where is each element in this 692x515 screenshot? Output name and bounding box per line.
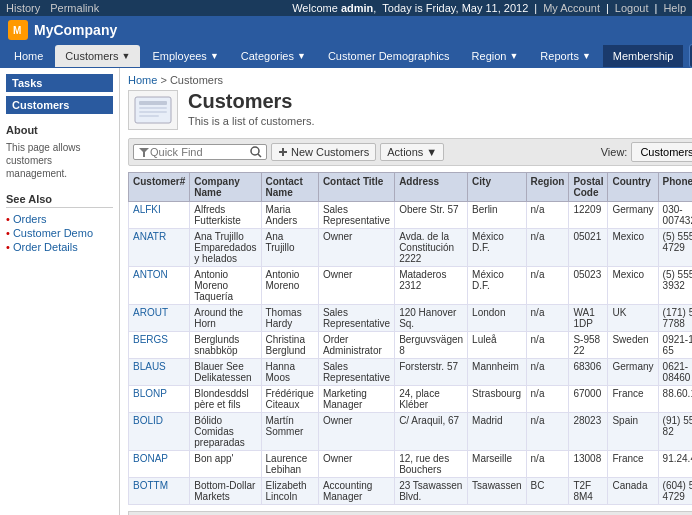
nav-customers-label: Customers (65, 50, 118, 62)
cell-country: UK (608, 305, 658, 332)
customer-id-link[interactable]: BERGS (133, 334, 168, 345)
cell-phone: 0621-08460 (658, 359, 692, 386)
cell-phone: 91.24.45.40 (658, 451, 692, 478)
cell-customer-id: ANTON (129, 267, 190, 305)
sidebar-link-order-details[interactable]: Order Details (6, 240, 113, 254)
cell-company-name: Ana Trujillo Emparedados y helados (190, 229, 261, 267)
cell-region: n/a (526, 202, 569, 229)
sidebar: Tasks Customers About This page allows c… (0, 68, 120, 515)
cell-contact-title: Accounting Manager (318, 478, 394, 505)
cell-postal: 05023 (569, 267, 608, 305)
col-header-country: Country (608, 173, 658, 202)
help-link[interactable]: Help (663, 2, 686, 14)
quick-find-input[interactable] (150, 146, 250, 158)
nav-customer-demographics[interactable]: Customer Demographics (318, 45, 460, 67)
customer-id-link[interactable]: BLAUS (133, 361, 166, 372)
top-bar: History Permalink Welcome admin, Today i… (0, 0, 692, 16)
content-wrapper: Tasks Customers About This page allows c… (0, 68, 692, 515)
cell-contact-title: Owner (318, 229, 394, 267)
cell-company-name: Bólido Comidas preparadas (190, 413, 261, 451)
svg-rect-5 (139, 111, 167, 113)
cell-company-name: Bon app' (190, 451, 261, 478)
cell-address: C/ Araquil, 67 (395, 413, 468, 451)
nav-region[interactable]: Region ▼ (462, 45, 529, 67)
cell-city: Mannheim (468, 359, 526, 386)
history-link[interactable]: History (6, 2, 40, 14)
page-title: Customers (188, 90, 315, 113)
cell-phone: 030-0074321 (658, 202, 692, 229)
company-name: MyCompany (34, 22, 117, 38)
customer-id-link[interactable]: BONAP (133, 453, 168, 464)
page-header: Customers This is a list of customers. (128, 90, 692, 130)
customer-id-link[interactable]: ANATR (133, 231, 166, 242)
nav-reports[interactable]: Reports ▼ (530, 45, 600, 67)
table-row: BONAP Bon app' Laurence Lebihan Owner 12… (129, 451, 693, 478)
table-row: BOTTM Bottom-Dollar Markets Elizabeth Li… (129, 478, 693, 505)
customers-table: Customer# Company Name Contact Name Cont… (128, 172, 692, 505)
search-icon[interactable] (250, 146, 262, 158)
customer-id-link[interactable]: BLONP (133, 388, 167, 399)
cell-contact-title: Sales Representative (318, 305, 394, 332)
cell-contact-title: Owner (318, 267, 394, 305)
customer-id-link[interactable]: ALFKI (133, 204, 161, 215)
sidebar-active-item[interactable]: Customers (6, 96, 113, 114)
cell-region: n/a (526, 413, 569, 451)
cell-customer-id: BONAP (129, 451, 190, 478)
cell-postal: 68306 (569, 359, 608, 386)
logout-link[interactable]: Logout (615, 2, 649, 14)
cell-address: 12, rue des Bouchers (395, 451, 468, 478)
svg-marker-7 (139, 148, 149, 157)
see-also-section: See Also Orders Customer Demo Order Deta… (6, 191, 113, 254)
breadcrumb-home[interactable]: Home (128, 74, 157, 86)
cell-country: Canada (608, 478, 658, 505)
cell-contact-name: Ana Trujillo (261, 229, 318, 267)
cell-city: Strasbourg (468, 386, 526, 413)
sidebar-link-orders[interactable]: Orders (6, 212, 113, 226)
table-row: BOLID Bólido Comidas preparadas Martín S… (129, 413, 693, 451)
col-header-region: Region (526, 173, 569, 202)
chevron-down-icon: ▼ (122, 51, 131, 61)
cell-city: Madrid (468, 413, 526, 451)
cell-postal: WA1 1DP (569, 305, 608, 332)
col-header-city: City (468, 173, 526, 202)
nav-membership[interactable]: Membership (603, 45, 684, 67)
nav-categories[interactable]: Categories ▼ (231, 45, 316, 67)
new-customers-button[interactable]: New Customers (271, 143, 376, 161)
cell-contact-name: Elizabeth Lincoln (261, 478, 318, 505)
tasks-label: Tasks (6, 74, 113, 92)
customer-id-link[interactable]: ANTON (133, 269, 168, 280)
cell-region: BC (526, 478, 569, 505)
nav-home[interactable]: Home (4, 45, 53, 67)
cell-phone: (91) 555 22 82 (658, 413, 692, 451)
col-header-postal-code: Postal Code (569, 173, 608, 202)
col-header-phone: Phone (658, 173, 692, 202)
cell-address: 23 Tsawassen Blvd. (395, 478, 468, 505)
customer-id-link[interactable]: AROUT (133, 307, 168, 318)
svg-rect-6 (139, 115, 159, 117)
svg-rect-3 (139, 101, 167, 105)
cell-customer-id: BERGS (129, 332, 190, 359)
nav-customers[interactable]: Customers ▼ (55, 45, 140, 67)
my-account-link[interactable]: My Account (543, 2, 600, 14)
nav-employees[interactable]: Employees ▼ (142, 45, 228, 67)
col-header-company-name: Company Name (190, 173, 261, 202)
chevron-down-icon: ▼ (426, 146, 437, 158)
table-row: ANATR Ana Trujillo Emparedados y helados… (129, 229, 693, 267)
cell-postal: 05021 (569, 229, 608, 267)
cell-contact-title: Owner (318, 451, 394, 478)
permalink-link[interactable]: Permalink (50, 2, 99, 14)
nav-customer-demographics-label: Customer Demographics (328, 50, 450, 62)
nav-membership-label: Membership (613, 50, 674, 62)
customer-id-link[interactable]: BOTTM (133, 480, 168, 491)
cell-postal: S-958 22 (569, 332, 608, 359)
sidebar-link-customer-demo[interactable]: Customer Demo (6, 226, 113, 240)
nav-region-label: Region (472, 50, 507, 62)
cell-phone: (171) 555-7788 (658, 305, 692, 332)
cell-contact-name: Frédérique Citeaux (261, 386, 318, 413)
actions-button[interactable]: Actions ▼ (380, 143, 444, 161)
view-select[interactable]: Customers (631, 142, 692, 162)
cell-postal: 13008 (569, 451, 608, 478)
customer-id-link[interactable]: BOLID (133, 415, 163, 426)
welcome-text: Welcome admin, (292, 2, 376, 14)
new-customers-label: New Customers (291, 146, 369, 158)
